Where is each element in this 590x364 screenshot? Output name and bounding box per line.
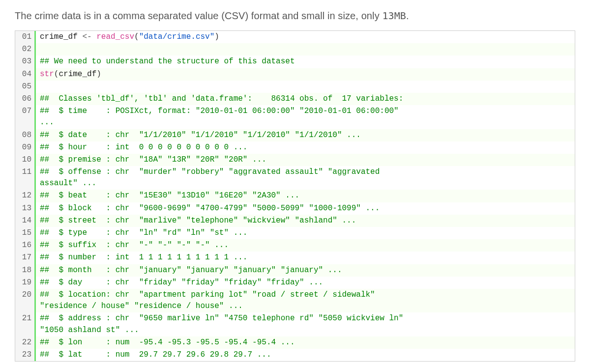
- code-line-23[interactable]: ## $ lat : num 29.7 29.7 29.6 29.8 29.7 …: [36, 349, 575, 361]
- token-function: read_csv: [96, 32, 134, 41]
- code-line-22[interactable]: ## $ lon : num -95.4 -95.3 -95.5 -95.4 -…: [36, 336, 575, 349]
- code-block: 01 crime_df <- read_csv("data/crime.csv"…: [15, 30, 575, 362]
- intro-text: The crime data is in a comma separated v…: [15, 10, 382, 21]
- code-line-07[interactable]: ## $ time : POSIXct, format: "2010-01-01…: [36, 105, 575, 129]
- line-number: 18: [15, 264, 36, 277]
- code-line-20-wrap: "residence / house" "residence / house" …: [40, 302, 243, 310]
- token-assign: <-: [82, 32, 96, 41]
- code-line-09[interactable]: ## $ hour : int 0 0 0 0 0 0 0 0 0 0 ...: [36, 141, 575, 154]
- code-line-20[interactable]: ## $ location: chr "apartment parking lo…: [36, 289, 575, 312]
- intro-suffix: .: [406, 10, 409, 21]
- line-number: 12: [15, 190, 36, 202]
- token-paren: ): [96, 70, 101, 79]
- token-paren: (: [54, 70, 59, 79]
- line-number: 23: [15, 349, 36, 361]
- token-paren: (: [134, 32, 139, 41]
- token-paren: ): [214, 32, 219, 41]
- code-line-14[interactable]: ## $ street : chr "marlive" "telephone" …: [36, 215, 575, 227]
- code-line-21-wrap: "1050 ashland st" ...: [40, 326, 139, 335]
- intro-paragraph: The crime data is in a comma separated v…: [15, 10, 575, 22]
- line-number: 11: [15, 166, 36, 190]
- line-number: 14: [15, 215, 36, 227]
- token-arg: crime_df: [59, 70, 96, 79]
- line-number: 19: [15, 277, 36, 289]
- code-line-11-main: ## $ offense : chr "murder" "robbery" "a…: [40, 168, 380, 176]
- code-line-18[interactable]: ## $ month : chr "january" "january" "ja…: [36, 264, 575, 277]
- code-line-19[interactable]: ## $ day : chr "friday" "friday" "friday…: [36, 277, 575, 289]
- code-line-01[interactable]: crime_df <- read_csv("data/crime.csv"): [36, 31, 575, 43]
- code-line-08[interactable]: ## $ date : chr "1/1/2010" "1/1/2010" "1…: [36, 129, 575, 141]
- token-string: "data/crime.csv": [139, 32, 215, 41]
- code-line-21-main: ## $ address : chr "9650 marlive ln" "47…: [40, 314, 403, 323]
- code-line-11[interactable]: ## $ offense : chr "murder" "robbery" "a…: [36, 166, 575, 190]
- line-number: 02: [15, 43, 36, 56]
- code-line-13[interactable]: ## $ block : chr "9600-9699" "4700-4799"…: [36, 202, 575, 215]
- line-number: 05: [15, 81, 36, 93]
- code-line-05[interactable]: [36, 81, 575, 93]
- code-line-04[interactable]: str(crime_df): [36, 68, 575, 81]
- intro-size: 13MB: [382, 10, 406, 22]
- code-line-16[interactable]: ## $ suffix : chr "-" "-" "-" "-" ...: [36, 239, 575, 252]
- code-line-20-main: ## $ location: chr "apartment parking lo…: [40, 290, 375, 299]
- code-line-10[interactable]: ## $ premise : chr "18A" "13R" "20R" "20…: [36, 154, 575, 166]
- code-line-11-wrap: assault" ...: [40, 179, 96, 188]
- code-line-07-main: ## $ time : POSIXct, format: "2010-01-01…: [40, 107, 399, 115]
- line-number: 08: [15, 129, 36, 141]
- code-line-03[interactable]: ## We need to understand the structure o…: [36, 56, 575, 68]
- line-number: 06: [15, 93, 36, 105]
- line-number: 03: [15, 56, 36, 68]
- code-line-07-wrap: ...: [40, 118, 54, 127]
- line-number: 04: [15, 68, 36, 81]
- code-line-02[interactable]: [36, 43, 575, 56]
- code-line-15[interactable]: ## $ type : chr "ln" "rd" "ln" "st" ...: [36, 227, 575, 239]
- line-number: 17: [15, 252, 36, 264]
- line-number: 13: [15, 202, 36, 215]
- token-function: str: [40, 70, 54, 79]
- line-number: 09: [15, 141, 36, 154]
- line-number: 07: [15, 105, 36, 129]
- line-number: 16: [15, 239, 36, 252]
- code-line-12[interactable]: ## $ beat : chr "15E30" "13D10" "16E20" …: [36, 190, 575, 202]
- line-number: 15: [15, 227, 36, 239]
- token-variable: crime_df: [40, 32, 82, 41]
- code-line-21[interactable]: ## $ address : chr "9650 marlive ln" "47…: [36, 312, 575, 336]
- code-line-06[interactable]: ## Classes 'tbl_df', 'tbl' and 'data.fra…: [36, 93, 575, 105]
- line-number: 21: [15, 312, 36, 336]
- code-line-17[interactable]: ## $ number : int 1 1 1 1 1 1 1 1 1 1 ..…: [36, 252, 575, 264]
- line-number: 01: [15, 31, 36, 43]
- line-number: 22: [15, 336, 36, 349]
- line-number: 10: [15, 154, 36, 166]
- line-number: 20: [15, 289, 36, 312]
